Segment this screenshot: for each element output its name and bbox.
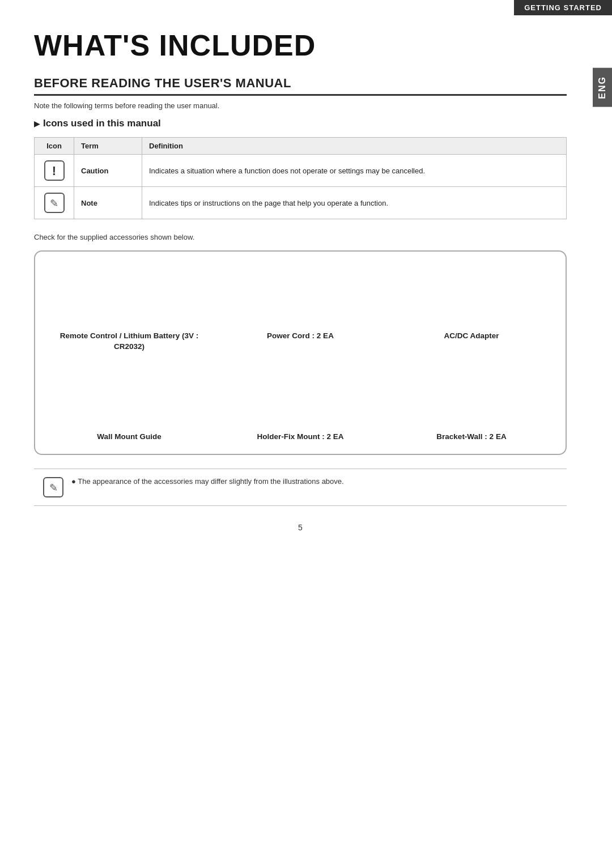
table-header-definition: Definition — [142, 138, 567, 155]
note-icon-cell: ✎ — [35, 187, 74, 219]
caution-icon-cell: ! — [35, 155, 74, 187]
getting-started-bar: GETTING STARTED — [514, 0, 612, 15]
note-term: Note — [74, 187, 142, 219]
accessories-grid: Remote Control / Lithium Battery (3V : C… — [46, 269, 554, 442]
accessory-item-ac-dc: AC/DC Adapter — [389, 269, 554, 352]
bracket-wall-label: Bracket-Wall : 2 EA — [436, 432, 506, 442]
accessories-box: Remote Control / Lithium Battery (3V : C… — [34, 250, 567, 455]
note-icon: ✎ — [44, 193, 65, 213]
eng-tab: ENG — [593, 68, 612, 107]
icons-table: Icon Term Definition ! Caution Indicates… — [34, 137, 567, 219]
note-definition: Indicates tips or instructions on the pa… — [142, 187, 567, 219]
power-cord-label: Power Cord : 2 EA — [267, 331, 334, 342]
caution-icon: ! — [44, 160, 65, 181]
accessory-item-wall-mount: Wall Mount Guide — [46, 369, 212, 442]
accessory-item-power-cord: Power Cord : 2 EA — [218, 269, 383, 352]
table-row: ✎ Note Indicates tips or instructions on… — [35, 187, 567, 219]
note-content: ● The appearance of the accessories may … — [71, 477, 344, 486]
table-header-icon: Icon — [35, 138, 74, 155]
table-header-term: Term — [74, 138, 142, 155]
accessory-item-bracket-wall: Bracket-Wall : 2 EA — [389, 369, 554, 442]
check-text: Check for the supplied accessories shown… — [34, 233, 567, 241]
caution-term: Caution — [74, 155, 142, 187]
ac-dc-label: AC/DC Adapter — [444, 331, 499, 342]
remote-control-label: Remote Control / Lithium Battery (3V : C… — [46, 331, 212, 352]
intro-text: Note the following terms before reading … — [34, 101, 567, 110]
caution-definition: Indicates a situation where a function d… — [142, 155, 567, 187]
accessory-item-holder-fix: Holder-Fix Mount : 2 EA — [218, 369, 383, 442]
accessory-item-remote: Remote Control / Lithium Battery (3V : C… — [46, 269, 212, 352]
wall-mount-label: Wall Mount Guide — [97, 432, 161, 442]
note-icon-bottom: ✎ — [43, 477, 63, 497]
section-heading: BEFORE READING THE USER'S MANUAL — [34, 76, 567, 96]
page-number: 5 — [34, 523, 567, 532]
note-box: ✎ ● The appearance of the accessories ma… — [34, 469, 567, 506]
table-row: ! Caution Indicates a situation where a … — [35, 155, 567, 187]
page-title: WHAT'S INCLUDED — [34, 28, 567, 62]
holder-fix-label: Holder-Fix Mount : 2 EA — [257, 432, 344, 442]
subsection-heading: Icons used in this manual — [34, 118, 567, 129]
